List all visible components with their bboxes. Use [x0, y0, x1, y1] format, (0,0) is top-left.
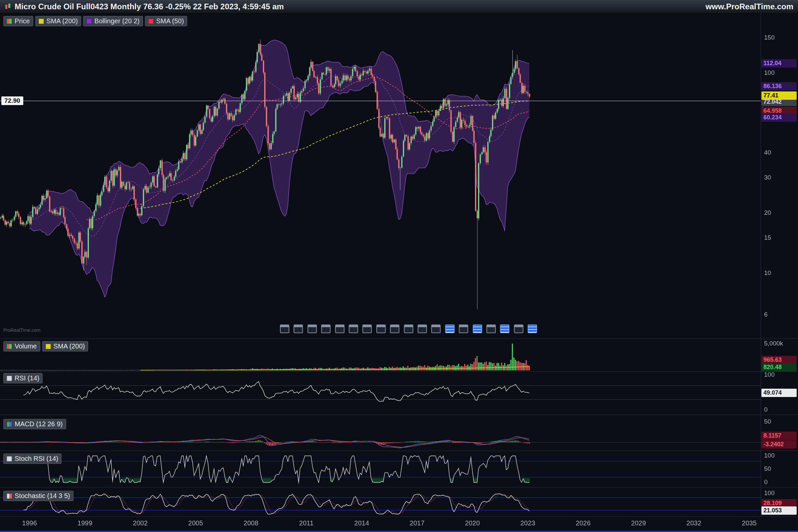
report-icon[interactable] [473, 324, 482, 333]
year-label: 2005 [188, 519, 203, 527]
prorealtime-window: Micro Crude Oil Full0423 Monthly 76.36 -… [0, 0, 798, 532]
price-axis-tick: 150 [764, 34, 775, 41]
stochrsi-axis-tick: 50 [764, 465, 771, 473]
stochastic-axis-tick: 100 [764, 490, 775, 497]
legend-item-stochastic-14-3-5-[interactable]: Stochastic (14 3 5) [3, 491, 74, 501]
legend-label: Stochastic (14 3 5) [15, 492, 70, 500]
calendar-icon[interactable] [431, 324, 440, 333]
legend-label: Bollinger (20 2) [94, 17, 140, 25]
series-color-icon [7, 19, 12, 24]
year-label: 2020 [465, 519, 480, 527]
calendar-icon[interactable] [349, 324, 358, 333]
calendar-icon[interactable] [514, 324, 524, 333]
legend-label: Price [15, 17, 30, 25]
legend-item-sma-50-[interactable]: SMA (50) [145, 16, 187, 26]
rsi-axis-tick: 0 [764, 406, 768, 413]
legend-item-sma-200-[interactable]: SMA (200) [35, 16, 81, 26]
macd-axis-tick: 50 [764, 418, 771, 425]
legend-stochastic: Stochastic (14 3 5) [3, 491, 75, 501]
year-label: 2032 [687, 519, 702, 527]
price-value-label: 60.234 [761, 113, 797, 122]
rsi-axis-tick: 100 [764, 371, 775, 378]
hline-price-label: 72.90 [1, 96, 23, 105]
calendar-icon[interactable] [376, 324, 386, 333]
calendar-icon[interactable] [487, 324, 496, 333]
year-label: 1996 [22, 519, 37, 527]
legend-label: Stoch RSI (14) [15, 455, 58, 462]
volume-axis-tick: 5,000k [764, 340, 783, 347]
price-value-label: 86.136 [761, 82, 797, 91]
legend-macd: MACD (12 26 9) [3, 419, 68, 429]
year-label: 2023 [520, 519, 535, 527]
legend-item-macd-12-26-9-[interactable]: MACD (12 26 9) [3, 419, 66, 429]
year-label: 2026 [576, 519, 591, 527]
legend-item-bollinger-20-2-[interactable]: Bollinger (20 2) [83, 16, 143, 26]
candlestick-app-icon [5, 3, 11, 10]
legend-item-price[interactable]: Price [3, 16, 33, 26]
legend-label: SMA (50) [156, 17, 184, 25]
macd-value-label: 8.1157 [761, 432, 797, 440]
rsi-value-label: 49.074 [761, 389, 797, 397]
legend-label: Volume [15, 342, 37, 350]
price-axis-tick: 15 [764, 234, 771, 241]
series-color-icon [7, 493, 12, 499]
year-label: 2011 [299, 519, 314, 527]
calendar-icon[interactable] [307, 324, 317, 333]
calendar-icon[interactable] [293, 324, 303, 333]
year-label: 2014 [355, 519, 369, 527]
legend-label: SMA (200) [46, 17, 78, 25]
calendar-icon[interactable] [280, 324, 289, 333]
year-label: 2029 [631, 519, 646, 527]
series-color-icon [148, 19, 154, 24]
calendar-icon[interactable] [459, 324, 468, 333]
legend-label: SMA (200) [54, 342, 85, 350]
series-color-icon [7, 344, 12, 349]
calendar-icon[interactable] [418, 324, 427, 333]
price-axis-tick: 40 [764, 149, 771, 156]
stochrsi-axis-tick: 100 [764, 452, 775, 459]
year-label: 1999 [77, 519, 92, 527]
site-link[interactable]: www.ProRealTime.com [706, 2, 793, 11]
year-label: 2035 [742, 519, 757, 527]
stochrsi-axis-tick: 0 [764, 478, 768, 486]
legend-label: RSI (14) [15, 374, 39, 382]
title-text: Micro Crude Oil Full0423 Monthly 76.36 -… [15, 2, 284, 11]
calendar-icon[interactable] [335, 324, 344, 333]
calendar-icon[interactable] [404, 324, 413, 333]
price-axis-tick: 30 [764, 174, 771, 181]
series-color-icon [7, 376, 12, 381]
legend-rsi: RSI (14) [3, 373, 44, 383]
report-icon[interactable] [500, 324, 509, 333]
year-label: 2017 [410, 519, 424, 527]
series-color-icon [7, 422, 12, 427]
title-bar: Micro Crude Oil Full0423 Monthly 76.36 -… [0, 0, 798, 14]
price-axis-tick: 100 [764, 69, 775, 76]
price-axis-tick: 10 [764, 269, 771, 277]
legend-label: MACD (12 26 9) [15, 420, 63, 428]
price-axis-tick: 20 [764, 209, 771, 216]
series-color-icon [39, 19, 44, 24]
legend-item-sma-200-[interactable]: SMA (200) [42, 341, 88, 352]
year-label: 2002 [133, 519, 148, 527]
series-color-icon [45, 344, 51, 349]
legend-volume: VolumeSMA (200) [3, 341, 90, 352]
price-value-label: 77.41 [761, 92, 797, 100]
calendar-icon[interactable] [362, 324, 372, 333]
legend-item-rsi-14-[interactable]: RSI (14) [3, 373, 42, 383]
series-color-icon [87, 19, 92, 24]
calendar-icon[interactable] [321, 324, 330, 333]
legend-stochrsi: Stoch RSI (14) [3, 454, 63, 464]
year-label: 2008 [244, 519, 259, 527]
report-icon[interactable] [445, 324, 455, 333]
stochastic-value-label: 21.053 [761, 507, 797, 515]
watermark: ProRealTime.com [3, 327, 41, 333]
calendar-icon[interactable] [390, 324, 399, 333]
report-icon[interactable] [528, 324, 537, 333]
series-color-icon [7, 456, 12, 461]
volume-value-label: 820.48 [761, 363, 797, 372]
legend-item-volume[interactable]: Volume [3, 341, 40, 352]
price-value-label: 112.04 [761, 59, 797, 68]
legend-item-stoch-rsi-14-[interactable]: Stoch RSI (14) [3, 454, 61, 464]
price-axis-tick: 6 [764, 311, 768, 318]
main-chart-canvas[interactable] [0, 0, 798, 532]
